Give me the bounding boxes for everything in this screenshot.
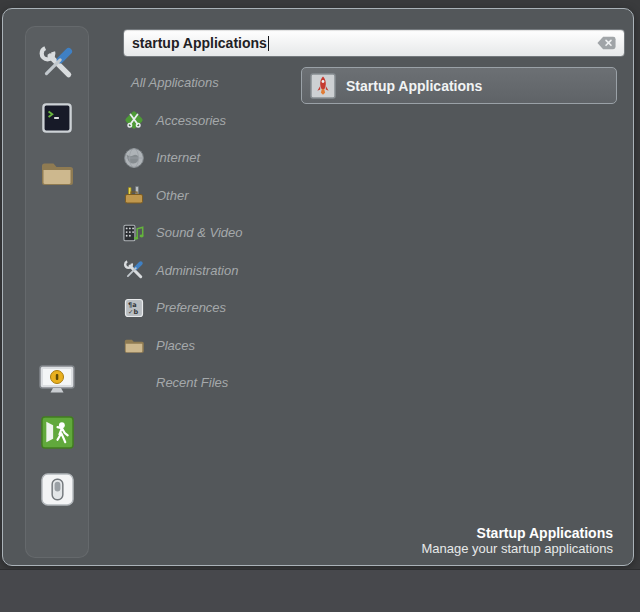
- search-text: startup Applications: [132, 35, 267, 51]
- tools-icon: [38, 44, 76, 82]
- terminal-icon: [42, 103, 72, 133]
- category-label: Administration: [156, 263, 238, 278]
- startup-applications-icon: [310, 73, 336, 99]
- lock-screen-icon: [38, 364, 76, 396]
- shutdown-button[interactable]: [26, 473, 88, 506]
- category-sound-video[interactable]: Sound & Video: [123, 214, 313, 252]
- category-label: Places: [156, 338, 195, 353]
- places-folder-icon: [123, 334, 145, 356]
- category-other[interactable]: Other: [123, 177, 313, 215]
- search-result-startup-applications[interactable]: Startup Applications: [301, 67, 617, 104]
- category-accessories[interactable]: Accessories: [123, 102, 313, 140]
- logout-button[interactable]: [26, 416, 88, 449]
- accessories-icon: [123, 109, 145, 131]
- category-administration[interactable]: Administration: [123, 252, 313, 290]
- internet-globe-icon: [123, 147, 145, 169]
- terminal-button[interactable]: [26, 103, 88, 133]
- category-preferences[interactable]: ¶a✓b Preferences: [123, 289, 313, 327]
- folder-icon: [39, 158, 75, 188]
- category-label: Other: [156, 188, 189, 203]
- category-places[interactable]: Places: [123, 327, 313, 365]
- taskbar: [0, 569, 640, 612]
- search-input[interactable]: startup Applications: [123, 29, 625, 57]
- favorites-panel: [25, 26, 89, 558]
- preferences-icon: ¶a✓b: [123, 297, 145, 319]
- sound-video-icon: [123, 222, 145, 244]
- administration-tools-icon: [123, 259, 145, 281]
- file-manager-button[interactable]: [26, 158, 88, 188]
- category-label: All Applications: [131, 75, 219, 90]
- selection-title: Startup Applications: [421, 525, 613, 541]
- category-label: Sound & Video: [156, 225, 243, 240]
- text-cursor: [268, 36, 270, 51]
- svg-text:✓b: ✓b: [128, 308, 138, 316]
- application-menu: startup Applications All Applications: [2, 8, 634, 566]
- shutdown-icon: [41, 473, 74, 506]
- result-label: Startup Applications: [346, 78, 482, 94]
- selection-subtitle: Manage your startup applications: [421, 541, 613, 557]
- category-label: Accessories: [156, 113, 226, 128]
- lock-screen-button[interactable]: [26, 364, 88, 396]
- category-recent-files[interactable]: Recent Files: [123, 364, 313, 402]
- toolbox-icon: [123, 184, 145, 206]
- category-label: Internet: [156, 150, 200, 165]
- category-internet[interactable]: Internet: [123, 139, 313, 177]
- logout-icon: [41, 416, 74, 449]
- system-tools-button[interactable]: [26, 44, 88, 82]
- category-list: All Applications Accessories: [123, 64, 313, 402]
- selection-info: Startup Applications Manage your startup…: [421, 525, 613, 557]
- desktop: startup Applications All Applications: [0, 0, 640, 612]
- category-all-applications[interactable]: All Applications: [123, 64, 313, 102]
- category-label: Preferences: [156, 300, 226, 315]
- category-label: Recent Files: [156, 375, 228, 390]
- clear-search-icon[interactable]: [596, 35, 617, 51]
